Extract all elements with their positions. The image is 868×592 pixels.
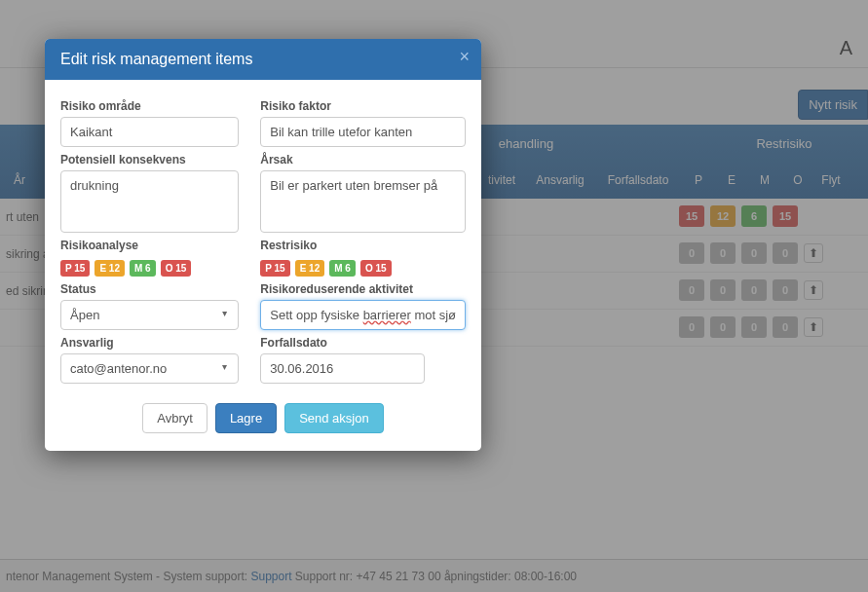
- label-arsak: Årsak: [260, 153, 466, 166]
- label-forfall: Forfallsdato: [260, 336, 466, 350]
- badge-rest-p: P 15: [260, 260, 289, 277]
- badge-analyse-e: E 12: [94, 260, 125, 277]
- label-aktivitet: Risikoreduserende aktivitet: [260, 282, 466, 296]
- send-action-button[interactable]: Send aksjon: [284, 403, 384, 433]
- rest-badges: P 15 E 12 M 6 O 15: [260, 260, 466, 277]
- modal-header: Edit risk management items ×: [45, 39, 481, 80]
- cancel-button[interactable]: Avbryt: [142, 403, 208, 433]
- select-status[interactable]: Åpen: [60, 300, 239, 330]
- label-analyse: Risikoanalyse: [60, 239, 239, 252]
- badge-rest-o: O 15: [360, 260, 392, 277]
- analyse-badges: P 15 E 12 M 6 O 15: [60, 260, 239, 277]
- input-arsak[interactable]: [260, 170, 466, 233]
- input-forfall[interactable]: [260, 353, 425, 384]
- badge-analyse-p: P 15: [60, 260, 90, 277]
- label-faktor: Risiko faktor: [260, 99, 466, 113]
- input-faktor[interactable]: [260, 117, 466, 147]
- badge-rest-m: M 6: [329, 260, 356, 277]
- aktivitet-post: mot sjø: [411, 308, 456, 322]
- label-ansvarlig: Ansvarlig: [60, 336, 239, 350]
- modal-footer: Avbryt Lagre Send aksjon: [45, 391, 481, 451]
- badge-analyse-m: M 6: [130, 260, 156, 277]
- select-ansvarlig[interactable]: cato@antenor.no: [60, 353, 239, 384]
- aktivitet-pre: Sett opp fysiske: [270, 308, 362, 322]
- label-restrisiko: Restrisiko: [260, 239, 466, 252]
- label-konsekvens: Potensiell konsekvens: [60, 153, 239, 166]
- input-omrade[interactable]: [60, 117, 239, 147]
- badge-rest-e: E 12: [295, 260, 325, 277]
- edit-risk-modal: Edit risk management items × Risiko områ…: [45, 39, 481, 451]
- close-icon[interactable]: ×: [459, 47, 470, 67]
- label-omrade: Risiko område: [60, 99, 239, 113]
- aktivitet-mid: barrierer: [363, 308, 411, 322]
- label-status: Status: [60, 282, 239, 296]
- input-konsekvens[interactable]: [60, 170, 239, 233]
- modal-title: Edit risk management items: [60, 51, 252, 67]
- save-button[interactable]: Lagre: [215, 403, 277, 433]
- input-aktivitet[interactable]: Sett opp fysiske barrierer mot sjø: [260, 300, 466, 330]
- badge-analyse-o: O 15: [161, 260, 192, 277]
